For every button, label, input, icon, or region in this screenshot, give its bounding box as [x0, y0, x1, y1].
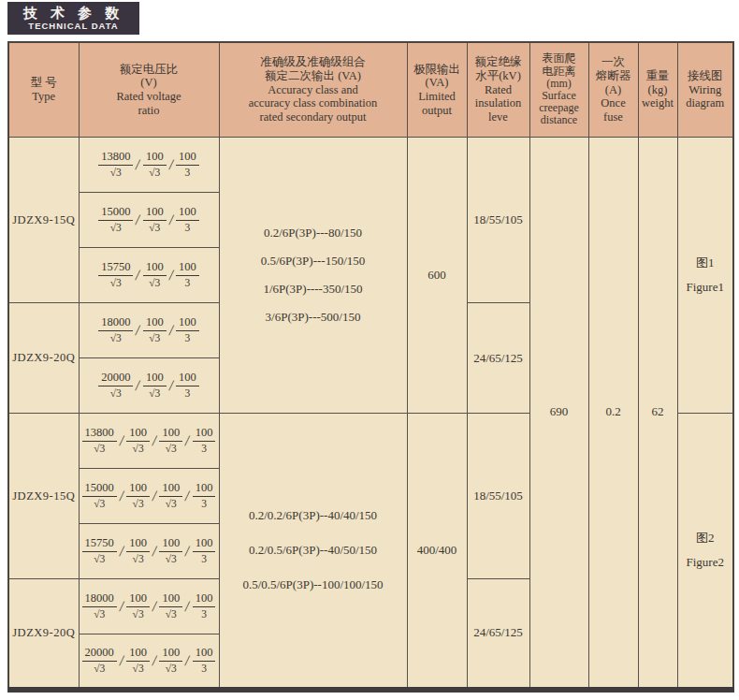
header-once-fuse: 一次 熔断器 (A) Once fuse [588, 42, 638, 138]
fraction-separator: / [152, 652, 158, 669]
fraction-separator: / [119, 488, 125, 504]
voltage-fraction: 100√3 [143, 261, 167, 288]
accuracy-line: 0.2/0.2/6P(3P)--40/40/150 [249, 508, 377, 523]
voltage-fraction: 1003 [176, 206, 199, 233]
voltage-ratio-cell: 15000√3/100√3/100√3/1003 [79, 469, 219, 524]
fraction-separator: / [184, 432, 191, 449]
voltage-fraction: 1003 [193, 427, 216, 454]
accuracy-line: 0.5/6P(3P)---150/150 [261, 254, 366, 269]
header-rated-voltage-ratio: 额定电压比 (V) Rated voltage ratio [79, 42, 219, 138]
accuracy-class-cell: 0.2/0.2/6P(3P)--40/40/150 0.2/0.5/6P(3P)… [219, 414, 407, 690]
header-wiring-diagram: 接线图 Wiring diagram [677, 42, 733, 138]
fraction-separator: / [135, 156, 141, 173]
voltage-ratio-cell: 13800√3/100√3/1003 [79, 138, 219, 193]
voltage-fraction: 100√3 [143, 316, 167, 343]
header-row: 型 号 Type 额定电压比 (V) Rated voltage ratio 准… [8, 42, 733, 138]
voltage-ratio-cell: 15000√3/100√3/1003 [79, 193, 219, 248]
table-row: JDZX9-15Q 13800√3/100√3/1003 0.2/6P(3P)-… [8, 138, 733, 193]
voltage-ratio-cell: 15750√3/100√3/100√3/1003 [79, 524, 219, 579]
voltage-fraction: 15000√3 [82, 482, 117, 509]
fraction-separator: / [135, 211, 141, 228]
voltage-fraction: 100√3 [159, 592, 182, 620]
insulation-cell: 24/65/125 [467, 579, 529, 690]
type-cell: JDZX9-15Q [8, 414, 79, 579]
voltage-fraction: 18000√3 [98, 316, 133, 343]
voltage-fraction: 100√3 [126, 537, 150, 564]
accuracy-line: 3/6P(3P)---500/150 [266, 310, 361, 325]
type-cell: JDZX9-15Q [8, 138, 79, 303]
fuse-cell: 0.2 [588, 138, 638, 690]
voltage-fraction: 1003 [176, 372, 199, 399]
voltage-fraction: 15750√3 [82, 537, 117, 564]
header-accuracy-class: 准确级及准确级组合 额定二次输出 (VA) Accuracy class and… [219, 42, 407, 138]
voltage-ratio-cell: 18000√3/100√3/1003 [79, 303, 219, 358]
fraction-separator: / [119, 652, 125, 669]
voltage-fraction: 100√3 [126, 592, 150, 620]
voltage-fraction: 20000√3 [82, 647, 117, 674]
fraction-separator: / [135, 377, 141, 394]
weight-cell: 62 [638, 138, 677, 690]
voltage-fraction: 100√3 [159, 537, 182, 564]
fraction-separator: / [167, 267, 174, 284]
limited-output-cell: 400/400 [407, 414, 467, 690]
type-cell: JDZX9-20Q [8, 579, 79, 690]
voltage-fraction: 100√3 [159, 647, 182, 674]
fraction-separator: / [184, 652, 191, 669]
fraction-separator: / [167, 322, 174, 339]
voltage-fraction: 1003 [176, 316, 199, 343]
header-limited-output: 极限输出 (VA) Limited output [407, 42, 467, 138]
insulation-cell: 18/55/105 [467, 414, 529, 579]
accuracy-line: 0.2/6P(3P)---80/150 [264, 226, 362, 241]
voltage-fraction: 100√3 [126, 482, 150, 509]
type-cell: JDZX9-20Q [8, 303, 79, 414]
fraction-separator: / [152, 543, 158, 560]
header-surface-creepage: 表面爬 电距离 (mm) Surface creepage distance [529, 42, 588, 138]
insulation-cell: 18/55/105 [467, 138, 529, 303]
page-title-chinese: 技 术 参 数 [23, 5, 124, 21]
voltage-fraction: 15000√3 [98, 206, 133, 233]
voltage-fraction: 15750√3 [98, 261, 133, 288]
voltage-fraction: 1003 [176, 261, 199, 288]
voltage-ratio-cell: 20000√3/100√3/1003 [79, 358, 219, 414]
header-rated-insulation: 额定绝缘 水平(kV) Rated insulation leve [467, 42, 529, 138]
accuracy-line: 0.5/0.5/6P(3P)--100/100/150 [242, 577, 383, 592]
fraction-separator: / [119, 543, 125, 560]
voltage-ratio-cell: 15750√3/100√3/1003 [79, 248, 219, 303]
accuracy-line: 0.2/0.5/6P(3P)--40/50/150 [249, 543, 377, 558]
fraction-separator: / [135, 267, 141, 284]
page-title-english: TECHNICAL DATA [28, 22, 118, 32]
fraction-separator: / [152, 432, 158, 449]
voltage-ratio-cell: 13800√3/100√3/100√3/1003 [79, 414, 219, 469]
voltage-fraction: 100√3 [143, 151, 167, 178]
voltage-fraction: 100√3 [143, 206, 167, 233]
fraction-separator: / [135, 322, 141, 339]
accuracy-line: 1/6P(3P)----350/150 [263, 282, 362, 297]
fraction-separator: / [119, 432, 125, 449]
fraction-separator: / [167, 211, 174, 228]
header-weight: 重量 (kg) weight [638, 42, 677, 138]
creepage-distance-cell: 690 [529, 138, 588, 690]
fraction-separator: / [184, 598, 191, 615]
wiring-diagram-cell: 图1 Figure1 [677, 138, 733, 414]
voltage-fraction: 100√3 [143, 372, 167, 399]
fraction-separator: / [119, 598, 125, 615]
fraction-separator: / [152, 598, 158, 615]
fraction-separator: / [184, 488, 191, 504]
voltage-fraction: 100√3 [126, 427, 150, 454]
voltage-ratio-cell: 18000√3/100√3/100√3/1003 [79, 579, 219, 634]
voltage-fraction: 13800√3 [82, 427, 117, 454]
voltage-fraction: 13800√3 [98, 151, 133, 178]
fraction-separator: / [152, 488, 158, 504]
voltage-fraction: 1003 [193, 537, 216, 564]
voltage-fraction: 100√3 [159, 427, 182, 454]
voltage-fraction: 100√3 [159, 482, 182, 509]
technical-data-table: 型 号 Type 额定电压比 (V) Rated voltage ratio 准… [7, 41, 734, 693]
voltage-fraction: 18000√3 [82, 592, 117, 620]
voltage-ratio-cell: 20000√3/100√3/100√3/1003 [79, 634, 219, 690]
insulation-cell: 24/65/125 [467, 303, 529, 414]
voltage-fraction: 1003 [176, 151, 199, 178]
voltage-fraction: 1003 [193, 592, 216, 620]
voltage-fraction: 100√3 [126, 647, 150, 674]
voltage-fraction: 1003 [193, 647, 216, 674]
fraction-separator: / [167, 156, 174, 173]
